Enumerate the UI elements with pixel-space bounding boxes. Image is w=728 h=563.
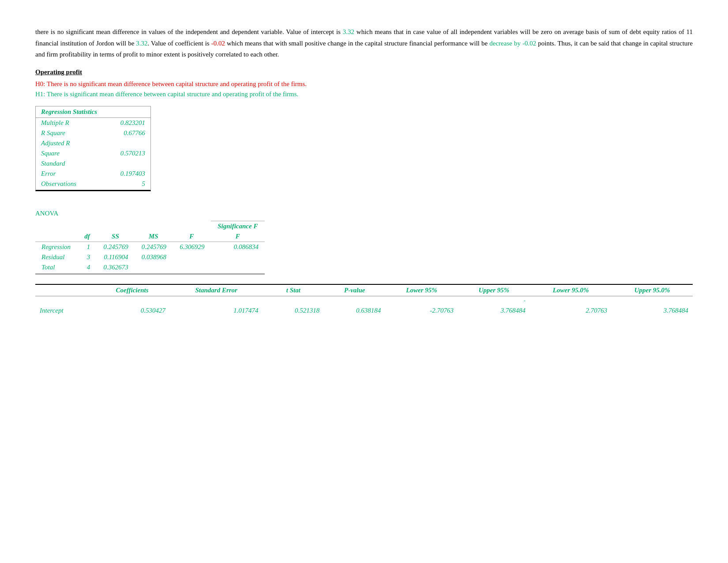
coef-spacer-empty bbox=[385, 296, 458, 305]
anova-row-cell bbox=[135, 262, 173, 274]
anova-col-df: df bbox=[78, 231, 97, 242]
anova-row-cell bbox=[211, 262, 265, 274]
coef-row-cell: 2.70763 bbox=[530, 305, 612, 316]
coef-spacer-empty bbox=[530, 296, 612, 305]
coef-row-cell: 0.530427 bbox=[94, 305, 170, 316]
anova-row-cell: 4 bbox=[78, 262, 97, 274]
coef-col-lower950: Lower 95.0% bbox=[530, 284, 612, 296]
anova-row-name: Total bbox=[35, 262, 78, 274]
reg-stats-row: R Square0.67766 bbox=[36, 128, 150, 138]
coef-spacer-row: - bbox=[35, 296, 693, 305]
anova-row-cell bbox=[211, 252, 265, 262]
coef-col-stderr: Standard Error bbox=[170, 284, 263, 296]
anova-col-ms: MS bbox=[135, 231, 173, 242]
decrease-text: decrease by -0.02 bbox=[489, 40, 536, 47]
coef-row-name: Intercept bbox=[35, 305, 94, 316]
para-text-mid2: . Value of coefficient is bbox=[148, 40, 211, 47]
hypothesis-h1: H1: There is significant mean difference… bbox=[35, 91, 693, 98]
coef-spacer-empty bbox=[35, 296, 94, 305]
anova-row: Residual30.1169040.038968 bbox=[35, 252, 265, 262]
reg-stats-label: Error bbox=[36, 169, 101, 179]
anova-row-cell: 3 bbox=[78, 252, 97, 262]
anova-row-cell: 0.116904 bbox=[96, 252, 134, 262]
coef-spacer-empty bbox=[263, 296, 324, 305]
coef-row-cell: 3.768484 bbox=[612, 305, 693, 316]
anova-sig-header: Significance F bbox=[211, 221, 265, 231]
anova-empty-2 bbox=[78, 221, 97, 231]
anova-empty-1 bbox=[35, 221, 78, 231]
coef-row-cell: 0.521318 bbox=[263, 305, 324, 316]
coef-spacer-dash: - bbox=[458, 296, 530, 305]
para-text-mid3: which means that with small positive cha… bbox=[225, 40, 489, 47]
anova-row-name: Regression bbox=[35, 242, 78, 252]
reg-stats-row: Observations5 bbox=[36, 179, 150, 190]
regression-stats-table: Regression Statistics Multiple R0.823201… bbox=[36, 106, 150, 190]
anova-row-cell bbox=[173, 252, 210, 262]
coef-value: -0.02 bbox=[211, 40, 225, 47]
coefficients-section: Coefficients Standard Error t Stat P-val… bbox=[35, 284, 693, 316]
anova-col-f: F bbox=[173, 231, 210, 242]
section-title: Operating profit bbox=[35, 68, 693, 76]
anova-row: Total40.362673 bbox=[35, 262, 265, 274]
reg-stats-row: Adjusted R bbox=[36, 138, 150, 148]
reg-stats-row: Standard bbox=[36, 159, 150, 169]
coef-spacer-empty bbox=[612, 296, 693, 305]
coef-row-cell: -2.70763 bbox=[385, 305, 458, 316]
intro-paragraph: there is no significant mean difference … bbox=[35, 26, 693, 60]
coef-spacer-empty bbox=[170, 296, 263, 305]
anova-row-cell: 0.245769 bbox=[96, 242, 134, 252]
hypothesis-h0: H0: There is no significant mean differe… bbox=[35, 80, 693, 88]
anova-empty-4 bbox=[135, 221, 173, 231]
coef-col-pvalue: P-value bbox=[324, 284, 385, 296]
anova-col-header-row: df SS MS F F bbox=[35, 231, 265, 242]
reg-stats-label: Multiple R bbox=[36, 117, 101, 128]
coef-row-cell: 1.017474 bbox=[170, 305, 263, 316]
coef-col-coef: Coefficients bbox=[94, 284, 170, 296]
anova-row-cell: 0.086834 bbox=[211, 242, 265, 252]
coef-col-lower95: Lower 95% bbox=[385, 284, 458, 296]
anova-row-cell: 0.245769 bbox=[135, 242, 173, 252]
reg-stats-title: Regression Statistics bbox=[36, 106, 150, 118]
coef-spacer-empty bbox=[324, 296, 385, 305]
anova-row-cell: 1 bbox=[78, 242, 97, 252]
coef-col-upper95: Upper 95% bbox=[458, 284, 530, 296]
reg-stats-row: Error0.197403 bbox=[36, 169, 150, 179]
reg-stats-value: 0.823201 bbox=[101, 117, 150, 128]
coef-col-upper950: Upper 95.0% bbox=[612, 284, 693, 296]
reg-stats-label: R Square bbox=[36, 128, 101, 138]
anova-row: Regression10.2457690.2457696.3069290.086… bbox=[35, 242, 265, 252]
coefficients-table: Coefficients Standard Error t Stat P-val… bbox=[35, 284, 693, 316]
anova-row-cell: 0.038968 bbox=[135, 252, 173, 262]
anova-col-ss: SS bbox=[96, 231, 134, 242]
reg-stats-label: Observations bbox=[36, 179, 101, 190]
reg-stats-value bbox=[101, 159, 150, 169]
anova-table: Significance F df SS MS F F Regression10… bbox=[35, 221, 265, 274]
anova-sig-header-row: Significance F bbox=[35, 221, 265, 231]
coef-row-cell: 0.638184 bbox=[324, 305, 385, 316]
intercept-value-2: 3.32 bbox=[136, 40, 147, 47]
reg-stats-value: 5 bbox=[101, 179, 150, 190]
reg-stats-label: Standard bbox=[36, 159, 101, 169]
coef-row-cell: 3.768484 bbox=[458, 305, 530, 316]
coef-spacer-empty bbox=[94, 296, 170, 305]
anova-row-cell bbox=[173, 262, 210, 274]
reg-stats-value: 0.197403 bbox=[101, 169, 150, 179]
reg-stats-label: Square bbox=[36, 148, 101, 159]
reg-stats-value: 0.570213 bbox=[101, 148, 150, 159]
coef-header-row: Coefficients Standard Error t Stat P-val… bbox=[35, 284, 693, 296]
intercept-value-1: 3.32 bbox=[343, 28, 354, 35]
anova-empty-5 bbox=[173, 221, 210, 231]
coef-col-name bbox=[35, 284, 94, 296]
coef-col-tstat: t Stat bbox=[263, 284, 324, 296]
coef-data-row: Intercept0.5304271.0174740.5213180.63818… bbox=[35, 305, 693, 316]
reg-stats-row: Multiple R0.823201 bbox=[36, 117, 150, 128]
anova-row-cell: 6.306929 bbox=[173, 242, 210, 252]
regression-statistics-section: Regression Statistics Multiple R0.823201… bbox=[35, 106, 151, 191]
reg-stats-row: Square0.570213 bbox=[36, 148, 150, 159]
reg-stats-value: 0.67766 bbox=[101, 128, 150, 138]
para-text-before: there is no significant mean difference … bbox=[35, 28, 343, 35]
anova-row-name: Residual bbox=[35, 252, 78, 262]
anova-col-empty bbox=[35, 231, 78, 242]
reg-stats-value bbox=[101, 138, 150, 148]
anova-col-sigf: F bbox=[211, 231, 265, 242]
